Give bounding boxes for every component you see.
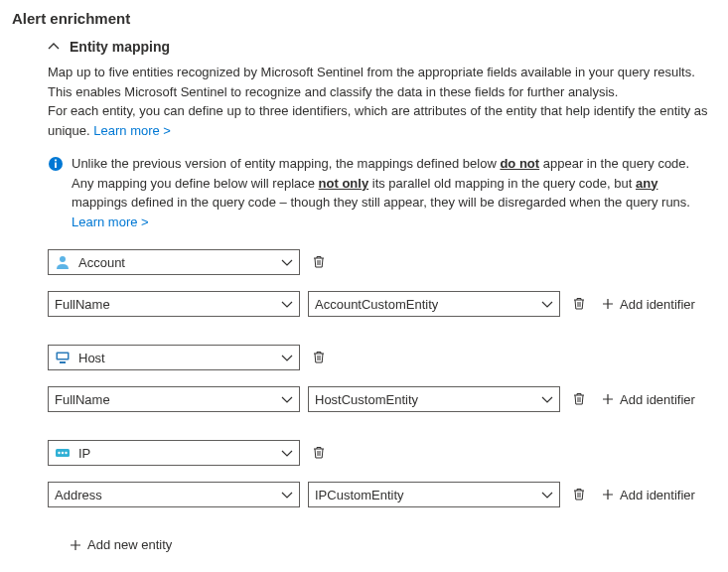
chevron-down-icon [281,298,293,310]
plus-icon [602,298,614,310]
delete-entity-button[interactable] [308,349,330,366]
svg-point-8 [58,452,60,454]
delete-entity-button[interactable] [308,253,330,271]
ip-icon [55,445,71,461]
entity-block: Account FullName AccountCustomEntity Add… [48,249,708,317]
chevron-down-icon [281,489,293,500]
entity-block: Host FullName HostCustomEntity Add ident… [48,345,708,412]
plus-icon [602,393,614,405]
entity-type-dropdown[interactable]: IP [48,440,300,466]
svg-rect-1 [55,163,57,169]
learn-more-link[interactable]: Learn more > [93,123,171,138]
trash-icon [572,488,586,501]
trash-icon [572,392,586,406]
delete-identifier-button[interactable] [568,295,590,313]
chevron-down-icon [281,447,293,459]
value-dropdown[interactable]: HostCustomEntity [308,386,560,412]
trash-icon [312,255,326,269]
identifier-dropdown[interactable]: FullName [48,291,300,317]
entity-type-dropdown[interactable]: Host [48,345,300,370]
svg-point-3 [60,256,66,262]
trash-icon [312,351,326,364]
identifier-dropdown[interactable]: FullName [48,386,300,412]
add-new-entity-button[interactable]: Add new entity [66,535,176,554]
entity-mapping-toggle[interactable]: Entity mapping [48,39,716,55]
entity-block: IP Address IPCustomEntity Add identifier [48,440,708,507]
plus-icon [602,489,614,500]
identifier-dropdown[interactable]: Address [48,482,300,507]
add-identifier-button[interactable]: Add identifier [598,390,699,409]
entity-type-dropdown[interactable]: Account [48,249,300,275]
delete-identifier-button[interactable] [568,390,590,408]
svg-rect-6 [60,361,66,363]
delete-entity-button[interactable] [308,444,330,462]
chevron-down-icon [541,489,553,500]
value-dropdown[interactable]: IPCustomEntity [308,482,560,507]
section-description: Map up to five entities recognized by Mi… [48,63,708,140]
add-identifier-button[interactable]: Add identifier [598,486,699,504]
info-learn-more-link[interactable]: Learn more > [72,214,149,229]
section-title: Entity mapping [70,39,170,55]
chevron-up-icon [48,41,60,53]
add-identifier-button[interactable]: Add identifier [598,295,699,314]
account-icon [55,254,71,270]
chevron-down-icon [541,298,553,310]
trash-icon [312,446,326,460]
info-icon [48,156,64,172]
chevron-down-icon [281,393,293,405]
delete-identifier-button[interactable] [568,486,590,503]
svg-point-9 [62,452,64,454]
chevron-down-icon [541,393,553,405]
chevron-down-icon [281,256,293,268]
info-box: Unlike the previous version of entity ma… [48,154,708,231]
page-title: Alert enrichment [12,10,716,27]
svg-rect-2 [55,160,57,162]
plus-icon [70,539,81,551]
svg-rect-5 [58,354,68,358]
chevron-down-icon [281,352,293,363]
trash-icon [572,297,586,311]
value-dropdown[interactable]: AccountCustomEntity [308,291,560,317]
host-icon [55,350,71,365]
svg-point-10 [65,452,67,454]
